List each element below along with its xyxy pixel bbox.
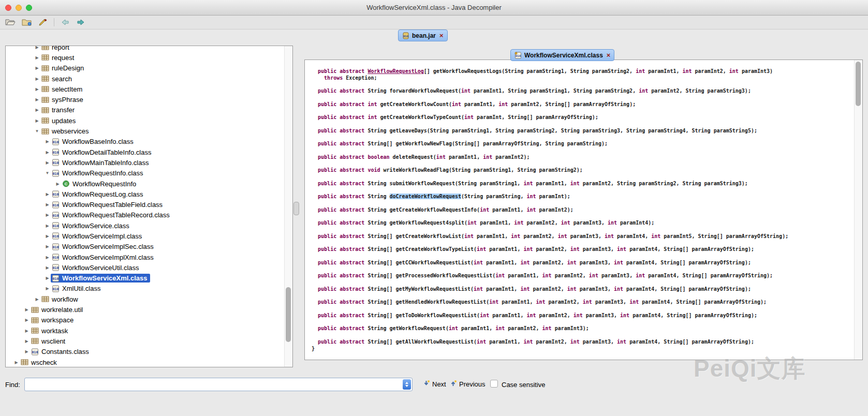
find-input[interactable] <box>27 379 398 391</box>
expand-arrow-icon[interactable]: ▶ <box>44 224 51 228</box>
expand-arrow-icon[interactable]: ▶ <box>34 108 40 112</box>
open-file-icon[interactable] <box>5 18 16 26</box>
collapse-arrow-icon[interactable]: ▼ <box>34 129 40 133</box>
code-token: int <box>589 273 598 278</box>
tree-item-workspace[interactable]: ▶workspace <box>6 315 292 325</box>
tree-item-worktask[interactable]: ▶worktask <box>6 325 292 336</box>
tree-item-ruledesign[interactable]: ▶ruleDesign <box>6 63 292 73</box>
close-tab-icon[interactable]: × <box>439 32 444 39</box>
tree-item-search[interactable]: ▶search <box>6 73 292 84</box>
expand-arrow-icon[interactable]: ▶ <box>23 318 30 322</box>
expand-arrow-icon[interactable]: ▶ <box>44 213 51 217</box>
expand-arrow-icon[interactable]: ▶ <box>44 244 51 249</box>
classfile-icon: 010 <box>52 159 60 166</box>
tree-item-constants-class[interactable]: ▶010Constants.class <box>6 347 292 357</box>
expand-arrow-icon[interactable]: ▶ <box>44 139 51 144</box>
expand-arrow-icon[interactable]: ▶ <box>34 55 40 60</box>
code-token: public abstract <box>318 207 364 213</box>
forward-icon[interactable] <box>76 19 85 26</box>
expand-arrow-icon[interactable]: ▶ <box>44 265 51 270</box>
tab-workflowservicexml-class[interactable]: 010 WorkflowServiceXml.class × <box>510 49 614 61</box>
back-icon[interactable] <box>61 19 70 26</box>
panel-splitter-handle[interactable] <box>293 202 299 215</box>
expand-arrow-icon[interactable]: ▶ <box>23 329 30 333</box>
expand-arrow-icon[interactable]: ▶ <box>34 66 40 70</box>
code-scrollbar-thumb[interactable] <box>856 62 861 106</box>
search-icon[interactable] <box>38 18 48 26</box>
find-next-button[interactable]: Next <box>423 380 446 389</box>
expand-arrow-icon[interactable]: ▶ <box>34 77 40 81</box>
expand-arrow-icon[interactable]: ▶ <box>34 118 40 123</box>
tree-item-workflowrequestinfo-class[interactable]: ▼010WorkflowRequestInfo.class <box>6 168 292 179</box>
expand-arrow-icon[interactable]: ▶ <box>23 339 30 344</box>
code-token: paramInt2, <box>505 325 542 331</box>
tree-item-updates[interactable]: ▶updates <box>6 115 292 126</box>
tree-item-webservices[interactable]: ▼webservices <box>6 126 292 136</box>
classfile-icon: 010 <box>52 275 60 282</box>
expand-arrow-icon[interactable]: ▶ <box>44 234 51 239</box>
tree-item-workflowserviceimplxml-class[interactable]: ▶010WorkflowServiceImplXml.class <box>6 252 292 262</box>
tree-scrollbar[interactable] <box>284 46 292 367</box>
expand-arrow-icon[interactable]: ▶ <box>44 276 51 280</box>
tree-item-workflowdetailtableinfo-class[interactable]: ▶010WorkflowDetailTableInfo.class <box>6 147 292 157</box>
window-title: WorkflowServiceXml.class - Java Decompil… <box>0 0 868 15</box>
code-line: public abstract String[] getWorkflowNewF… <box>312 141 851 147</box>
tree-item-selectitem[interactable]: ▶selectItem <box>6 84 292 94</box>
expand-arrow-icon[interactable]: ▶ <box>44 192 51 197</box>
tree-item-sysphrase[interactable]: ▶sysPhrase <box>6 94 292 105</box>
expand-arrow-icon[interactable]: ▶ <box>44 255 51 260</box>
expand-arrow-icon[interactable]: ▶ <box>44 202 51 207</box>
tree-item-workflowserviceimplsec-class[interactable]: ▶010WorkflowServiceImplSec.class <box>6 242 292 252</box>
expand-arrow-icon[interactable]: ▶ <box>34 297 40 302</box>
expand-arrow-icon[interactable]: ▶ <box>23 349 30 354</box>
expand-arrow-icon[interactable]: ▶ <box>23 307 30 312</box>
tree-item-workflowrequestinfo[interactable]: ▶CWorkflowRequestInfo <box>6 179 292 189</box>
expand-arrow-icon[interactable]: ▶ <box>34 46 40 50</box>
class-link[interactable]: WorkflowRequestLog <box>367 68 423 74</box>
tree-item-workflowmaintableinfo-class[interactable]: ▶010WorkflowMainTableInfo.class <box>6 157 292 168</box>
case-sensitive-checkbox[interactable] <box>490 380 498 388</box>
tree-item-workrelate-util[interactable]: ▶workrelate.util <box>6 304 292 315</box>
expand-arrow-icon[interactable]: ▶ <box>44 150 51 155</box>
tree-item-request[interactable]: ▶request <box>6 52 292 63</box>
tree-item-workflowrequesttablefield-class[interactable]: ▶010WorkflowRequestTableField.class <box>6 199 292 210</box>
tree-item-workflowserviceutil-class[interactable]: ▶010WorkflowServiceUtil.class <box>6 262 292 273</box>
find-previous-button[interactable]: Previous <box>450 380 486 389</box>
tree-item-transfer[interactable]: ▶transfer <box>6 105 292 115</box>
tree-item-workflow[interactable]: ▶workflow <box>6 294 292 304</box>
tree-item-workflowbaseinfo-class[interactable]: ▶010WorkflowBaseInfo.class <box>6 137 292 147</box>
code-token <box>312 325 318 331</box>
tree-item-xmlutil-class[interactable]: ▶010XmlUtil.class <box>6 284 292 294</box>
find-history-stepper-icon[interactable] <box>403 379 411 390</box>
classfile-icon: 010 <box>31 348 39 355</box>
tree-item-report[interactable]: ▶report <box>6 46 292 52</box>
open-type-icon[interactable] <box>22 18 32 26</box>
expand-arrow-icon[interactable]: ▶ <box>34 87 40 92</box>
expand-arrow-icon[interactable]: ▶ <box>44 286 51 291</box>
collapse-arrow-icon[interactable]: ▼ <box>44 171 51 175</box>
tree-item-workflowrequestlog-class[interactable]: ▶010WorkflowRequestLog.class <box>6 189 292 199</box>
expand-arrow-icon[interactable]: ▶ <box>34 97 40 102</box>
zoom-window-button[interactable] <box>26 5 32 11</box>
close-window-button[interactable] <box>5 5 11 11</box>
tree-scrollbar-thumb[interactable] <box>286 287 291 342</box>
svg-text:010: 010 <box>403 34 408 37</box>
decompiled-source-panel: public abstract WorkflowRequestLog[] get… <box>304 60 863 360</box>
svg-text:010: 010 <box>53 214 59 218</box>
tree-item-workflowrequesttablerecord-class[interactable]: ▶010WorkflowRequestTableRecord.class <box>6 210 292 220</box>
tree-item-workflowservice-class[interactable]: ▶010WorkflowService.class <box>6 220 292 231</box>
code-token: int <box>617 246 626 252</box>
tree-item-workflowservicexml-class[interactable]: ▶010WorkflowServiceXml.class <box>6 273 292 284</box>
tree-item-workflowserviceimpl-class[interactable]: ▶010WorkflowServiceImpl.class <box>6 231 292 241</box>
code-token: String[] getCreateWorkflowList( <box>364 233 464 239</box>
code-token: public abstract <box>318 167 364 173</box>
minimize-window-button[interactable] <box>16 5 22 11</box>
expand-arrow-icon[interactable]: ▶ <box>13 360 20 365</box>
expand-arrow-icon[interactable]: ▶ <box>44 160 51 165</box>
tree-item-wsclient[interactable]: ▶wsclient <box>6 336 292 346</box>
tab-bean-jar[interactable]: 010 bean.jar × <box>398 29 448 41</box>
expand-arrow-icon[interactable]: ▶ <box>54 182 61 186</box>
code-scrollbar[interactable] <box>854 60 862 360</box>
tree-item-wscheck[interactable]: ▶wscheck <box>6 357 292 367</box>
close-tab-icon[interactable]: × <box>607 51 611 59</box>
